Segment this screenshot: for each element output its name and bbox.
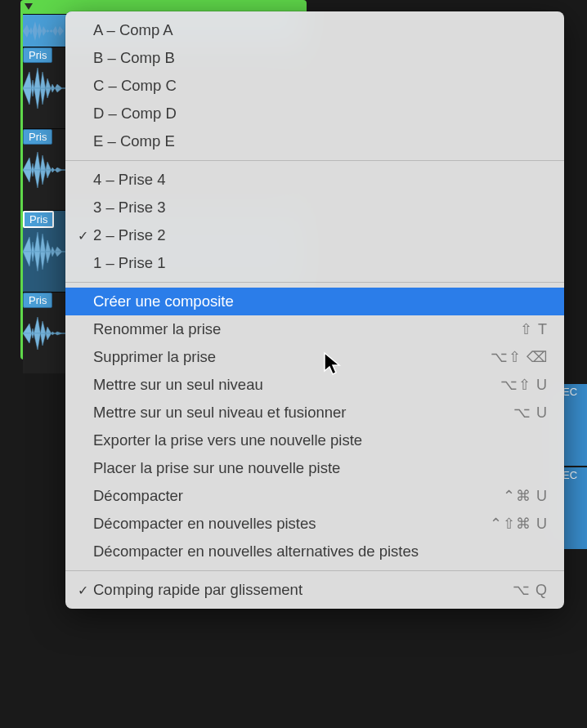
checkmark-icon: ✓ — [74, 583, 92, 598]
menu-item[interactable]: 4 – Prise 4 — [65, 166, 564, 194]
menu-item-label: Placer la prise sur une nouvelle piste — [92, 459, 548, 477]
menu-item[interactable]: Mettre sur un seul niveau et fusionner⌥ … — [65, 399, 564, 427]
menu-item-label: Décompacter — [92, 487, 503, 505]
menu-separator — [65, 282, 564, 283]
menu-item-label: Renommer la prise — [92, 320, 520, 338]
menu-item-label: 4 – Prise 4 — [92, 171, 548, 189]
menu-item-label: D – Comp D — [92, 105, 548, 123]
take-label: Pris — [23, 129, 52, 145]
keyboard-shortcut: ⌥⇧ ⌫ — [491, 348, 548, 366]
menu-item[interactable]: Supprimer la prise⌥⇧ ⌫ — [65, 343, 564, 371]
menu-item[interactable]: Exporter la prise vers une nouvelle pist… — [65, 427, 564, 454]
keyboard-shortcut: ⌥ Q — [513, 581, 548, 599]
menu-item-label: C – Comp C — [92, 77, 548, 95]
menu-item-label: 1 – Prise 1 — [92, 254, 548, 272]
take-folder-popup-menu: A – Comp AB – Comp BC – Comp CD – Comp D… — [65, 11, 564, 609]
menu-item[interactable]: B – Comp B — [65, 44, 564, 72]
keyboard-shortcut: ⌃⇧⌘ U — [490, 515, 548, 533]
keyboard-shortcut: ⇧ T — [520, 320, 548, 338]
menu-item-label: Mettre sur un seul niveau et fusionner — [92, 404, 513, 422]
menu-item-label: Mettre sur un seul niveau — [92, 376, 500, 394]
menu-item-label: 3 – Prise 3 — [92, 199, 548, 217]
menu-item[interactable]: ✓2 – Prise 2 — [65, 221, 564, 249]
keyboard-shortcut: ⌃⌘ U — [503, 487, 548, 505]
waveform-icon — [23, 145, 72, 194]
menu-item-label: A – Comp A — [92, 21, 548, 39]
disclosure-arrow-icon — [25, 3, 33, 10]
menu-item-label: Supprimer la prise — [92, 348, 491, 366]
menu-item[interactable]: Décompacter⌃⌘ U — [65, 482, 564, 510]
menu-item[interactable]: ✓Comping rapide par glissement⌥ Q — [65, 576, 564, 604]
menu-item-label: E – Comp E — [92, 132, 548, 150]
menu-item[interactable]: Décompacter en nouvelles pistes⌃⇧⌘ U — [65, 510, 564, 538]
menu-item[interactable]: C – Comp C — [65, 72, 564, 100]
take-label: Pris — [23, 47, 52, 63]
menu-item[interactable]: A – Comp A — [65, 16, 564, 44]
waveform-icon — [23, 15, 72, 47]
menu-item[interactable]: Renommer la prise⇧ T — [65, 315, 564, 343]
keyboard-shortcut: ⌥⇧ U — [500, 376, 548, 394]
menu-item[interactable]: Placer la prise sur une nouvelle piste — [65, 454, 564, 482]
menu-item[interactable]: 3 – Prise 3 — [65, 194, 564, 221]
take-label: Pris — [23, 211, 54, 228]
menu-item-label: B – Comp B — [92, 49, 548, 67]
menu-item-label: Comping rapide par glissement — [92, 581, 513, 599]
menu-item[interactable]: E – Comp E — [65, 127, 564, 155]
menu-item-label: Décompacter en nouvelles alternatives de… — [92, 543, 548, 561]
take-label: Pris — [23, 293, 52, 308]
menu-item-label: Exporter la prise vers une nouvelle pist… — [92, 431, 548, 449]
menu-item-label: Décompacter en nouvelles pistes — [92, 515, 490, 533]
menu-item-label: 2 – Prise 2 — [92, 226, 548, 244]
waveform-icon — [23, 64, 72, 113]
menu-item[interactable]: 1 – Prise 1 — [65, 249, 564, 277]
menu-separator — [65, 160, 564, 161]
waveform-icon — [23, 309, 72, 358]
menu-item[interactable]: Mettre sur un seul niveau⌥⇧ U — [65, 371, 564, 399]
menu-separator — [65, 570, 564, 571]
waveform-icon — [23, 227, 72, 276]
menu-item[interactable]: Décompacter en nouvelles alternatives de… — [65, 538, 564, 565]
checkmark-icon: ✓ — [74, 228, 92, 243]
keyboard-shortcut: ⌥ U — [513, 404, 548, 422]
menu-item-label: Créer une composite — [92, 293, 548, 310]
menu-item[interactable]: D – Comp D — [65, 100, 564, 127]
menu-item[interactable]: Créer une composite — [65, 288, 564, 315]
